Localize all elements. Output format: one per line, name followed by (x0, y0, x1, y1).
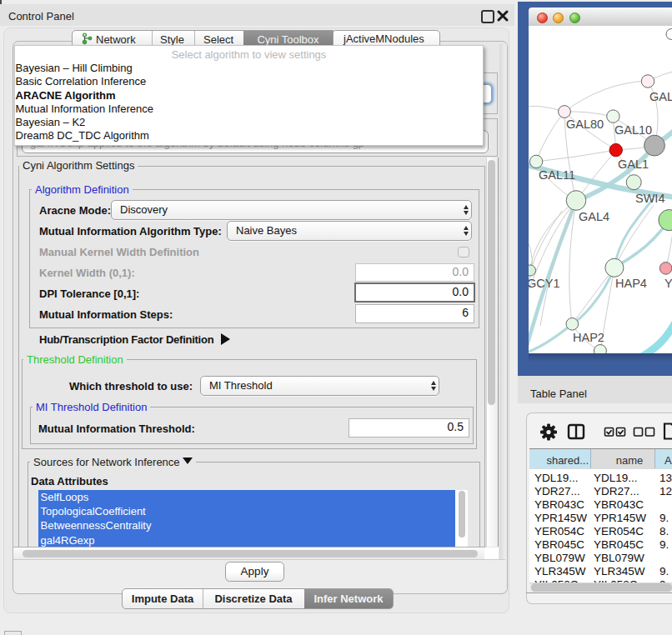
svg-text:HAP4: HAP4 (615, 277, 647, 290)
svg-text:GAL4: GAL4 (579, 210, 609, 223)
svg-text:YE: YE (664, 277, 672, 290)
svg-text:GAL11: GAL11 (539, 168, 575, 182)
svg-text:GAL1: GAL1 (618, 158, 649, 171)
svg-text:GAL80: GAL80 (566, 118, 604, 131)
svg-text:GAL10: GAL10 (614, 123, 652, 137)
svg-text:SWI4: SWI4 (635, 192, 664, 205)
svg-text:GCY1: GCY1 (529, 277, 560, 290)
svg-text:HAP2: HAP2 (573, 331, 604, 344)
svg-text:GAL2: GAL2 (649, 90, 672, 103)
